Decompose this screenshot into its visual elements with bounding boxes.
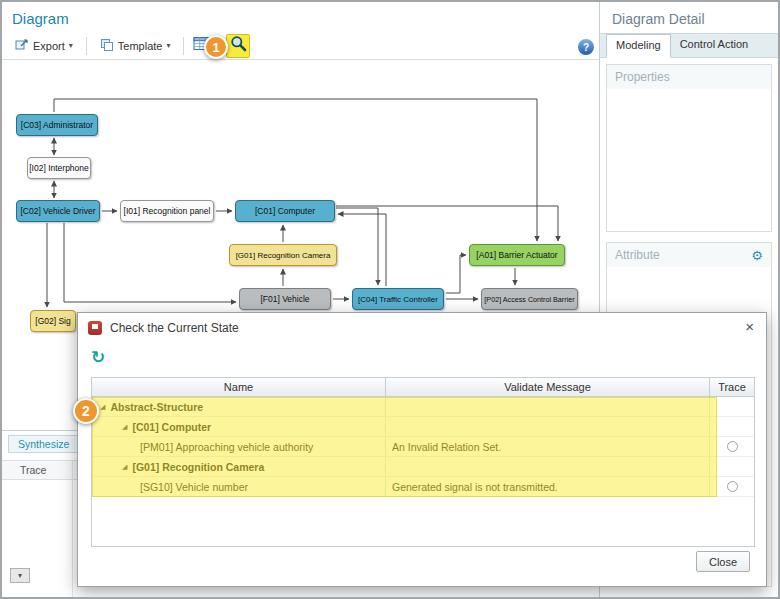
properties-label: Properties [615, 65, 670, 89]
table-header-row: Name Validate Message Trace [92, 378, 754, 397]
caret-down-icon: ▾ [166, 41, 170, 50]
app-window: Diagram Export ▾ Template ▾ [0, 0, 780, 599]
node-i01-recognition-panel[interactable]: [I01] Recognition panel [120, 200, 214, 222]
app-logo-icon [88, 321, 102, 335]
column-header-trace: Trace [710, 378, 754, 396]
row-message [386, 397, 710, 416]
refresh-icon[interactable]: ↻ [91, 349, 105, 366]
template-button[interactable]: Template ▾ [93, 34, 178, 58]
panel-title: Diagram Detail [600, 2, 778, 33]
row-name: [C01] Computer [132, 421, 211, 433]
dialog-title: Check the Current State [110, 321, 239, 335]
table-row[interactable]: [SG10] Vehicle number Generated signal i… [92, 477, 754, 497]
trace-column-header: Trace [20, 464, 46, 476]
template-label: Template [118, 40, 163, 52]
node-c01-computer[interactable]: [C01] Computer [235, 200, 335, 222]
page-title: Diagram [12, 10, 69, 27]
toolbar-separator [86, 37, 87, 55]
export-button[interactable]: Export ▾ [8, 34, 80, 58]
close-button[interactable]: Close [696, 551, 750, 572]
row-name: Abstract-Structure [110, 401, 203, 413]
caret-down-icon: ▾ [69, 41, 73, 50]
gear-icon[interactable]: ⚙ [751, 249, 763, 262]
export-label: Export [33, 40, 65, 52]
node-c04-traffic-controller[interactable]: [C04] Traffic Controller [352, 288, 444, 310]
column-header-message: Validate Message [386, 378, 710, 396]
expander-icon[interactable]: ◢ [100, 403, 105, 411]
dialog-header: Check the Current State × [78, 313, 766, 343]
row-message [386, 457, 710, 476]
trace-radio[interactable] [727, 481, 738, 492]
callout-step-2: 2 [73, 398, 99, 424]
help-glyph: ? [583, 42, 589, 53]
toolbar-separator [183, 37, 184, 55]
row-name: [SG10] Vehicle number [140, 481, 248, 493]
row-message: An Invalid Relation Set. [386, 437, 710, 456]
column-header-name: Name [92, 378, 386, 396]
tab-synthesize[interactable]: Synthesize [8, 435, 79, 453]
table-row[interactable]: ◢[C01] Computer [92, 417, 754, 437]
toolbar: Export ▾ Template ▾ [2, 32, 599, 60]
callout-step-1: 1 [204, 35, 228, 59]
bottom-dropdown[interactable]: ▾ [10, 568, 30, 583]
node-g01-recognition-camera[interactable]: [G01] Recognition Camera [229, 244, 337, 266]
validation-table: Name Validate Message Trace ◢Abstract-St… [91, 377, 755, 547]
expander-icon[interactable]: ◢ [122, 463, 127, 471]
node-p02-access-control-barrier[interactable]: [P02] Access Control Barrier [481, 288, 578, 310]
attribute-label: Attribute [615, 243, 660, 267]
validate-check-button[interactable] [226, 34, 250, 58]
tab-modeling[interactable]: Modeling [606, 34, 671, 58]
node-c03-administrator[interactable]: [C03] Administrator [16, 114, 98, 136]
table-row[interactable]: ◢[G01] Recognition Camera [92, 457, 754, 477]
properties-section: Properties [606, 64, 772, 232]
bottom-column-divider [72, 460, 73, 597]
magnifier-icon [230, 35, 247, 56]
check-current-state-dialog: Check the Current State × ↻ Name Validat… [77, 312, 767, 587]
expander-icon[interactable]: ◢ [122, 423, 127, 431]
row-name: [G01] Recognition Camera [132, 461, 264, 473]
node-i02-interphone[interactable]: [I02] Interphone [27, 157, 91, 179]
table-row[interactable]: [PM01] Approaching vehicle authority An … [92, 437, 754, 457]
template-icon [100, 38, 114, 54]
row-message: Generated signal is not transmitted. [386, 477, 710, 496]
close-icon[interactable]: × [745, 319, 754, 334]
table-row[interactable]: ◢Abstract-Structure [92, 397, 754, 417]
row-message [386, 417, 710, 436]
node-g02-signal[interactable]: [G02] Sig [30, 310, 76, 332]
tab-control-action[interactable]: Control Action [671, 34, 757, 57]
caret-down-icon: ▾ [18, 571, 22, 580]
node-f01-vehicle[interactable]: [F01] Vehicle [239, 288, 331, 310]
trace-radio[interactable] [727, 441, 738, 452]
panel-tabs: Modeling Control Action [600, 33, 778, 58]
export-icon [15, 38, 29, 54]
row-name: [PM01] Approaching vehicle authority [140, 441, 313, 453]
node-c02-vehicle-driver[interactable]: [C02] Vehicle Driver [16, 200, 100, 222]
help-icon[interactable]: ? [578, 39, 594, 55]
node-a01-barrier-actuator[interactable]: [A01] Barrier Actuator [469, 244, 565, 266]
